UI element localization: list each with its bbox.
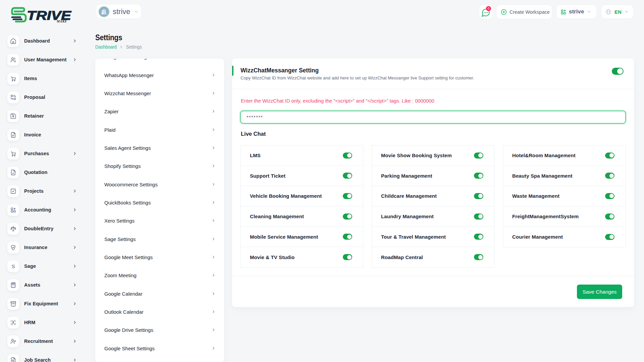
svg-text:MAKE: MAKE <box>56 19 67 23</box>
svg-text:S: S <box>11 263 15 269</box>
